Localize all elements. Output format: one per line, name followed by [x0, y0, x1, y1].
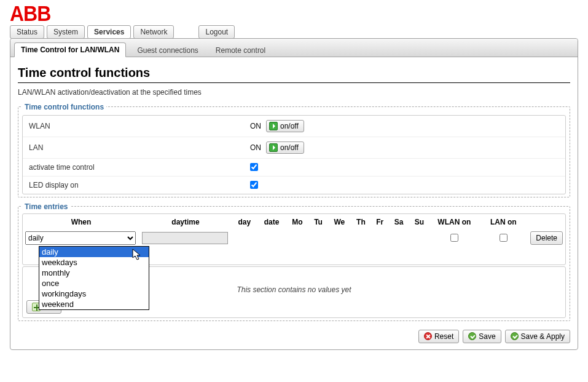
footer-actions: Reset Save Save & Apply — [10, 326, 578, 346]
reset-label: Reset — [434, 332, 453, 341]
save-icon — [468, 332, 476, 340]
subtab-time-control[interactable]: Time Control for LAN/WLAN — [14, 42, 126, 57]
col-sa: Sa — [389, 214, 409, 229]
page-description: LAN/WLAN activation/deactivation at the … — [18, 88, 570, 97]
wlan-toggle-label: on/off — [280, 122, 299, 130]
time-entries-table: When daytime day date Mo Tu We Th Fr Sa — [23, 214, 565, 247]
save-button[interactable]: Save — [463, 330, 501, 343]
wlan-toggle-button[interactable]: on/off — [266, 120, 304, 132]
page-title: Time control functions — [18, 66, 570, 83]
reset-icon — [424, 332, 432, 340]
toggle-on-icon — [269, 143, 278, 152]
col-day: day — [232, 214, 257, 229]
col-daytime: daytime — [139, 214, 232, 229]
led-display-label: LED display on — [29, 181, 250, 189]
wlan-on-text: ON — [250, 122, 261, 130]
save-apply-button[interactable]: Save & Apply — [505, 330, 570, 343]
dropdown-option-weekdays[interactable]: weekdays — [39, 257, 149, 268]
activate-time-control-label: activate time control — [29, 163, 250, 172]
dropdown-option-daily[interactable]: daily — [39, 247, 149, 257]
tab-logout[interactable]: Logout — [198, 25, 235, 39]
when-dropdown-popup: daily weekdays monthly once workingdays … — [39, 246, 149, 310]
activate-time-control-checkbox[interactable] — [250, 163, 258, 171]
daytime-input[interactable] — [142, 232, 228, 244]
tab-services[interactable]: Services — [87, 25, 131, 39]
col-tu: Tu — [308, 214, 327, 229]
when-select[interactable]: daily — [25, 231, 136, 245]
save-label: Save — [479, 332, 495, 341]
tab-status[interactable]: Status — [10, 25, 44, 39]
lan-on-checkbox[interactable] — [500, 234, 508, 242]
section-time-entries: Time entries When daytime day date Mo Tu — [18, 202, 570, 321]
main-tab-bar: Status System Services Network Logout — [10, 25, 578, 39]
tab-system[interactable]: System — [47, 25, 85, 39]
section-time-control-functions: Time control functions WLAN ON on/off — [18, 103, 570, 197]
tab-network[interactable]: Network — [133, 25, 174, 39]
delete-button[interactable]: Delete — [530, 231, 563, 245]
sub-tab-bar: Time Control for LAN/WLAN Guest connecti… — [10, 39, 578, 57]
col-su: Su — [409, 214, 430, 229]
logo: ABB — [10, 5, 578, 23]
dropdown-option-workingdays[interactable]: workingdays — [39, 288, 149, 299]
led-display-checkbox[interactable] — [250, 181, 258, 189]
wlan-label: WLAN — [29, 122, 250, 130]
col-fr: Fr — [371, 214, 389, 229]
dropdown-option-weekend[interactable]: weekend — [39, 299, 149, 309]
save-apply-icon — [511, 332, 519, 340]
col-when: When — [23, 214, 139, 229]
col-mo: Mo — [286, 214, 309, 229]
main-panel: Time Control for LAN/WLAN Guest connecti… — [10, 38, 578, 350]
save-apply-label: Save & Apply — [521, 332, 565, 341]
lan-toggle-button[interactable]: on/off — [266, 141, 304, 154]
legend-time-entries: Time entries — [22, 202, 70, 211]
col-lan-on: LAN on — [479, 214, 528, 229]
table-row: daily Delete — [23, 229, 565, 247]
lan-on-text: ON — [250, 143, 261, 152]
col-wlan-on: WLAN on — [429, 214, 479, 229]
lan-label: LAN — [29, 143, 250, 152]
wlan-on-checkbox[interactable] — [450, 234, 458, 242]
legend-functions: Time control functions — [22, 103, 106, 111]
dropdown-option-once[interactable]: once — [39, 278, 149, 288]
lan-toggle-label: on/off — [280, 143, 299, 152]
col-th: Th — [351, 214, 371, 229]
reset-button[interactable]: Reset — [418, 330, 459, 343]
toggle-on-icon — [269, 122, 278, 130]
col-we: We — [328, 214, 351, 229]
subtab-remote-control[interactable]: Remote control — [210, 44, 272, 57]
col-date: date — [257, 214, 286, 229]
dropdown-option-monthly[interactable]: monthly — [39, 268, 149, 278]
subtab-guest-connections[interactable]: Guest connections — [131, 44, 204, 57]
